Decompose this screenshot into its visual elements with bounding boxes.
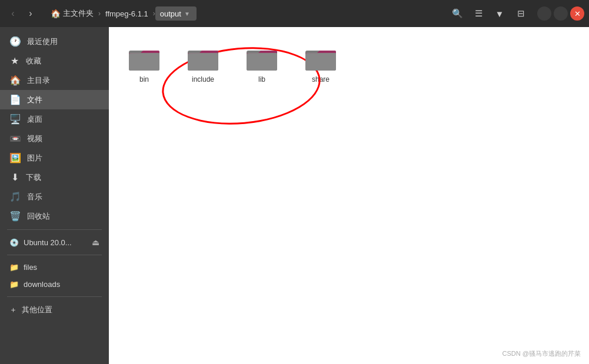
sidebar-item-music[interactable]: 🎵 音乐 xyxy=(0,187,109,206)
search-button[interactable]: 🔍 xyxy=(448,4,467,23)
breadcrumb-ffmpeg-label: ffmpeg-6.1.1 xyxy=(105,9,148,18)
content-area: bin include xyxy=(109,27,589,364)
videos-icon: 📼 xyxy=(9,133,21,144)
view-list-button[interactable]: ☰ xyxy=(469,4,488,23)
close-button[interactable]: ✕ xyxy=(570,6,584,21)
view-dropdown-button[interactable]: ▼ xyxy=(490,4,509,23)
sidebar-item-pictures[interactable]: 🖼️ 图片 xyxy=(0,148,109,168)
folder-include-icon xyxy=(187,44,219,72)
sidebar-item-downloads[interactable]: ⬇ 下载 xyxy=(0,168,109,187)
folder-share[interactable]: share xyxy=(297,39,344,88)
sidebar-item-files-label: 文件 xyxy=(27,95,42,105)
minimize-button[interactable]: ─ xyxy=(537,6,551,21)
svg-rect-2 xyxy=(129,53,159,71)
downloads-icon: ⬇ xyxy=(9,172,20,183)
folder-bin-icon xyxy=(128,44,161,72)
sidebar-item-recent[interactable]: 🕐 最近使用 xyxy=(0,32,109,51)
sidebar-other-places[interactable]: ＋ 其他位置 xyxy=(0,300,109,319)
sidebar-item-pictures-label: 图片 xyxy=(27,153,42,163)
split-view-button[interactable]: ⊟ xyxy=(511,4,530,23)
sidebar-item-files[interactable]: 📄 文件 xyxy=(0,90,109,109)
svg-rect-8 xyxy=(247,53,277,71)
titlebar-actions: 🔍 ☰ ▼ ⊟ xyxy=(448,4,530,23)
sidebar-device-ubuntu[interactable]: 💿 Ubuntu 20.0... ⏏ xyxy=(0,233,109,251)
breadcrumb: 🏠 主文件夹 › ffmpeg-6.1.1 › output ▼ xyxy=(46,6,197,21)
home-icon: 🏠 xyxy=(51,9,61,18)
folder-share-icon xyxy=(304,44,337,72)
sidebar-network-downloads-label: downloads xyxy=(24,280,60,289)
sidebar-item-music-label: 音乐 xyxy=(27,192,42,202)
nav-buttons: ‹ › xyxy=(5,5,39,22)
pictures-icon: 🖼️ xyxy=(9,152,21,163)
files-icon: 📄 xyxy=(9,94,21,105)
file-grid: bin include xyxy=(121,39,577,88)
breadcrumb-output-label: output xyxy=(160,9,181,18)
trash-icon: 🗑️ xyxy=(9,211,21,222)
maximize-button[interactable]: □ xyxy=(554,6,568,21)
folder-bin[interactable]: bin xyxy=(121,39,168,88)
watermark: CSDN @骚马市逃跑的芹菜 xyxy=(503,349,581,358)
music-icon: 🎵 xyxy=(9,191,21,202)
network-folder-downloads-icon: 📁 xyxy=(9,280,19,289)
breadcrumb-output-dropdown: output ▼ xyxy=(160,9,192,18)
sidebar-item-desktop[interactable]: 🖥️ 桌面 xyxy=(0,109,109,129)
network-folder-files-icon: 📁 xyxy=(9,263,19,272)
sidebar: 🕐 最近使用 ★ 收藏 🏠 主目录 📄 文件 🖥️ 桌面 📼 视频 🖼️ 图片 xyxy=(0,27,109,364)
sidebar-network-files-label: files xyxy=(24,263,37,272)
sidebar-item-videos-label: 视频 xyxy=(27,133,42,144)
disc-icon: 💿 xyxy=(9,238,19,247)
sidebar-item-bookmarks-label: 收藏 xyxy=(26,56,41,66)
folder-include[interactable]: include xyxy=(179,39,227,88)
chevron-down-icon[interactable]: ▼ xyxy=(182,9,192,18)
back-button[interactable]: ‹ xyxy=(5,5,21,22)
sidebar-divider-2 xyxy=(7,255,102,255)
sidebar-item-bookmarks[interactable]: ★ 收藏 xyxy=(0,51,109,71)
titlebar: ‹ › 🏠 主文件夹 › ffmpeg-6.1.1 › output ▼ 🔍 ☰… xyxy=(0,0,589,27)
sidebar-item-home[interactable]: 🏠 主目录 xyxy=(0,71,109,90)
main-layout: 🕐 最近使用 ★ 收藏 🏠 主目录 📄 文件 🖥️ 桌面 📼 视频 🖼️ 图片 xyxy=(0,27,589,364)
sidebar-item-trash[interactable]: 🗑️ 回收站 xyxy=(0,206,109,226)
sidebar-item-videos[interactable]: 📼 视频 xyxy=(0,129,109,148)
sidebar-other-places-label: 其他位置 xyxy=(22,305,52,315)
breadcrumb-home-label: 主文件夹 xyxy=(63,8,94,19)
breadcrumb-ffmpeg[interactable]: ffmpeg-6.1.1 xyxy=(101,7,153,21)
sidebar-item-desktop-label: 桌面 xyxy=(27,114,42,125)
sidebar-network-files[interactable]: 📁 files xyxy=(0,259,109,276)
plus-icon: ＋ xyxy=(9,305,17,315)
sidebar-network-downloads[interactable]: 📁 downloads xyxy=(0,276,109,293)
folder-include-label: include xyxy=(192,75,214,84)
sidebar-item-downloads-label: 下载 xyxy=(26,172,41,183)
folder-lib[interactable]: lib xyxy=(238,39,285,88)
eject-button[interactable]: ⏏ xyxy=(92,238,99,247)
folder-bin-label: bin xyxy=(139,75,149,84)
sidebar-item-recent-label: 最近使用 xyxy=(27,36,58,47)
sidebar-item-home-label: 主目录 xyxy=(27,75,50,86)
folder-share-label: share xyxy=(312,75,330,84)
sidebar-divider-3 xyxy=(7,296,102,297)
recent-icon: 🕐 xyxy=(9,36,21,47)
window-controls: ─ □ ✕ xyxy=(537,6,584,21)
sidebar-device-ubuntu-label: Ubuntu 20.0... xyxy=(24,238,72,247)
svg-rect-11 xyxy=(305,53,336,71)
svg-rect-5 xyxy=(188,53,218,71)
sidebar-item-trash-label: 回收站 xyxy=(27,211,50,222)
folder-lib-icon xyxy=(245,44,278,72)
desktop-icon: 🖥️ xyxy=(9,113,21,125)
sidebar-divider-1 xyxy=(7,229,102,230)
breadcrumb-output[interactable]: output ▼ xyxy=(155,6,197,21)
folder-lib-label: lib xyxy=(258,75,265,84)
home-sidebar-icon: 🏠 xyxy=(9,75,21,86)
forward-button[interactable]: › xyxy=(22,5,39,22)
breadcrumb-home[interactable]: 🏠 主文件夹 xyxy=(46,6,98,21)
star-icon: ★ xyxy=(9,55,20,66)
